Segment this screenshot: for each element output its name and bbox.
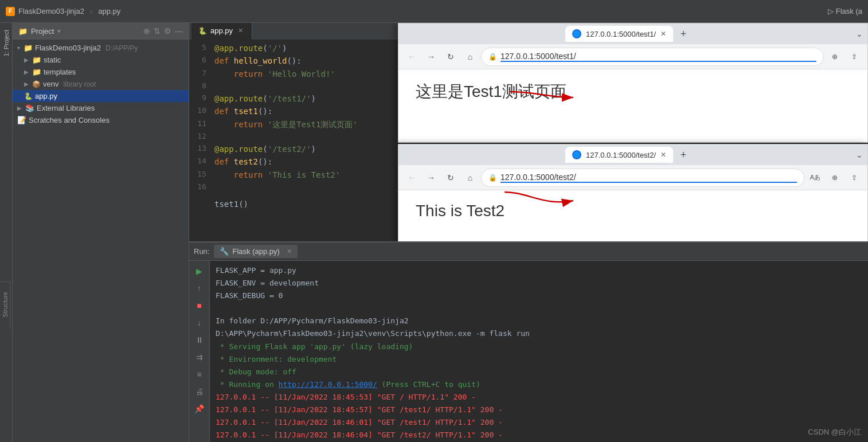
- tree-item-apppy[interactable]: 🐍 app.py: [13, 90, 189, 102]
- print-btn[interactable]: 🖨: [193, 385, 206, 398]
- apppy-label: app.py: [35, 92, 57, 100]
- line-num-7: 7: [189, 68, 212, 80]
- flask-run-config[interactable]: ▷ Flask (a: [828, 7, 862, 15]
- static-label: static: [44, 56, 61, 64]
- line-num-9: 9: [189, 92, 212, 104]
- project-dropdown-arrow[interactable]: ▾: [57, 28, 61, 35]
- browser1-globe-icon: 🌐: [572, 29, 581, 38]
- browser2-toolbar: ← → ↻ ⌂ 🔒 127.0.0.1:5000/test2/ Aあ ⊕ ⇪: [398, 165, 867, 190]
- browser2-chevron[interactable]: ⌄: [856, 150, 863, 159]
- browser1-active-tab[interactable]: 🌐 127.0.0.1:5000/test1/ ✕: [565, 26, 673, 42]
- tab-file-icon: 🐍: [198, 27, 207, 35]
- browser1-toolbar: ← → ↻ ⌂ 🔒 127.0.0.1:5000/test1/ ⊕ ⇪: [398, 44, 867, 69]
- step-btn[interactable]: ⇉: [193, 350, 206, 364]
- title-bar: F FlaskDemo03-jinja2 › app.py ▷ Flask (a: [0, 0, 868, 23]
- scroll-up-btn[interactable]: ↑: [193, 281, 206, 295]
- tree-item-scratches[interactable]: 📝 Scratches and Consoles: [13, 114, 189, 126]
- flask-run-tab[interactable]: 🔧 Flask (app.py) ✕: [214, 245, 297, 258]
- line-num-6: 6: [189, 54, 212, 67]
- out-log4: 127.0.0.1 -- [11/Jan/2022 18:46:04] "GET…: [216, 429, 862, 441]
- line-num-16: 16: [189, 181, 212, 193]
- browser2-active-tab[interactable]: 🌐 127.0.0.1:5000/test2/ ✕: [565, 147, 673, 163]
- browser2-forward-btn[interactable]: →: [423, 169, 440, 186]
- tree-item-static[interactable]: ▶ 📁 static: [13, 54, 189, 66]
- out-running: * Running on http://127.0.0.1:5000/ (Pre…: [216, 378, 862, 391]
- browser1-content: 这里是Test1测试页面: [398, 69, 867, 142]
- scroll-down-btn[interactable]: ↓: [193, 316, 206, 330]
- structure-label: Structure: [2, 292, 9, 318]
- browser2-share-btn[interactable]: ⇪: [846, 169, 863, 186]
- extlibs-label: External Libraries: [37, 104, 95, 112]
- editor-tab-apppy[interactable]: 🐍 app.py ✕: [191, 23, 252, 40]
- browser2-translate-btn[interactable]: Aあ: [807, 169, 824, 186]
- browser1-back-btn[interactable]: ←: [403, 48, 420, 65]
- settings-icon[interactable]: ⚙: [164, 26, 171, 36]
- static-folder-icon: 📁: [32, 56, 41, 64]
- browser2-back-btn[interactable]: ←: [403, 169, 420, 186]
- tab-close-btn[interactable]: ✕: [236, 26, 245, 35]
- tree-item-venv[interactable]: ▶ 📦 venv library root: [13, 78, 189, 90]
- line-num-14: 14: [189, 155, 212, 167]
- browser2-address-bar[interactable]: 🔒 127.0.0.1:5000/test2/: [481, 169, 804, 187]
- browser-overlay: 🌐 127.0.0.1:5000/test1/ ✕ + ⌄ ← → ↻ ⌂: [398, 23, 868, 264]
- tree-item-extlibs[interactable]: ▶ 📚 External Libraries: [13, 102, 189, 114]
- browser2-refresh-btn[interactable]: ↻: [442, 169, 459, 186]
- browser2-tab-url: 127.0.0.1:5000/test2/: [586, 151, 656, 159]
- expand-arrow-root: ▾: [17, 45, 20, 51]
- browser1-tab-close[interactable]: ✕: [660, 30, 666, 38]
- project-panel: 📁 Project ▾ ⊕ ⇅ ⚙ — ▾ 📁 FlaskDemo03-jinj…: [13, 23, 189, 442]
- out-flask-app: FLASK_APP = app.py: [216, 264, 862, 277]
- browser1-share-btn[interactable]: ⇪: [846, 48, 863, 65]
- line-num-13: 13: [189, 143, 212, 155]
- sync-icon[interactable]: ⇅: [154, 26, 161, 36]
- browser1-tab-url: 127.0.0.1:5000/test1/: [586, 30, 656, 38]
- project-header-icons: ⊕ ⇅ ⚙ —: [143, 26, 183, 36]
- line-num-8: 8: [189, 80, 212, 92]
- rerun-btn[interactable]: ▶: [193, 264, 206, 278]
- out-log3: 127.0.0.1 -- [11/Jan/2022 18:46:01] "GET…: [216, 416, 862, 429]
- run-content-area: ▶ ↑ ■ ↓ ⏸ ⇉ ≡ 🖨 📌 FLASK_APP = app.py FLA…: [189, 261, 868, 442]
- browser2-home-btn[interactable]: ⌂: [462, 169, 479, 186]
- browser1-new-tab-btn[interactable]: +: [675, 26, 691, 42]
- browser1-home-btn[interactable]: ⌂: [462, 48, 479, 65]
- flask-run-icon: 🔧: [220, 247, 229, 256]
- root-path: D:/APP/Py: [105, 44, 138, 52]
- out-url-link[interactable]: http://127.0.0.1:5000/: [279, 380, 377, 389]
- root-label: FlaskDemo03-jinja2: [35, 44, 101, 52]
- tree-item-root[interactable]: ▾ 📁 FlaskDemo03-jinja2 D:/APP/Py: [13, 42, 189, 54]
- out-folder: In folder D:/APP/Pycharm/FlaskDemo03-jin…: [216, 315, 862, 327]
- out-blank1: [216, 302, 862, 315]
- flask-run-tab-close[interactable]: ✕: [287, 248, 292, 255]
- project-tab-vertical[interactable]: 1: Project: [2, 25, 11, 61]
- run-output: FLASK_APP = app.py FLASK_ENV = developme…: [210, 261, 868, 442]
- expand-arrow-static: ▶: [24, 57, 29, 63]
- browser1-forward-btn[interactable]: →: [423, 48, 440, 65]
- project-header: 📁 Project ▾ ⊕ ⇅ ⚙ —: [13, 23, 189, 40]
- browser1-refresh-btn[interactable]: ↻: [442, 48, 459, 65]
- tab-label: app.py: [210, 26, 233, 35]
- browser-window-1: 🌐 127.0.0.1:5000/test1/ ✕ + ⌄ ← → ↻ ⌂: [398, 23, 868, 143]
- add-icon[interactable]: ⊕: [143, 26, 150, 36]
- browser2-zoom-btn[interactable]: ⊕: [826, 169, 843, 186]
- structure-tab[interactable]: Structure: [0, 281, 10, 327]
- browser1-chevron[interactable]: ⌄: [856, 29, 863, 38]
- browser2-new-tab-btn[interactable]: +: [675, 147, 691, 163]
- close-panel-icon[interactable]: —: [175, 26, 183, 36]
- browser2-tab-close[interactable]: ✕: [660, 151, 666, 159]
- pause-btn[interactable]: ⏸: [193, 333, 206, 347]
- out-log1: 127.0.0.1 -- [11/Jan/2022 18:45:53] "GET…: [216, 391, 862, 404]
- browser1-address-bar[interactable]: 🔒 127.0.0.1:5000/test1/: [481, 48, 824, 66]
- browser1-zoom-btn[interactable]: ⊕: [826, 48, 843, 65]
- browser2-globe-icon: 🌐: [572, 150, 581, 159]
- out-serving: * Serving Flask app 'app.py' (lazy loadi…: [216, 341, 862, 353]
- browser2-address-text: 127.0.0.1:5000/test2/: [501, 173, 797, 183]
- watermark: CSDN @白小江: [808, 427, 861, 437]
- tree-item-templates[interactable]: ▶ 📁 templates: [13, 66, 189, 78]
- stop-btn[interactable]: ■: [193, 299, 206, 312]
- out-env: * Environment: development: [216, 353, 862, 366]
- align-btn[interactable]: ≡: [193, 367, 206, 381]
- title-file: app.py: [98, 7, 120, 15]
- pin-btn[interactable]: 📌: [193, 402, 206, 416]
- venv-icon: 📦: [32, 80, 41, 88]
- scratches-label: Scratches and Consoles: [29, 116, 110, 124]
